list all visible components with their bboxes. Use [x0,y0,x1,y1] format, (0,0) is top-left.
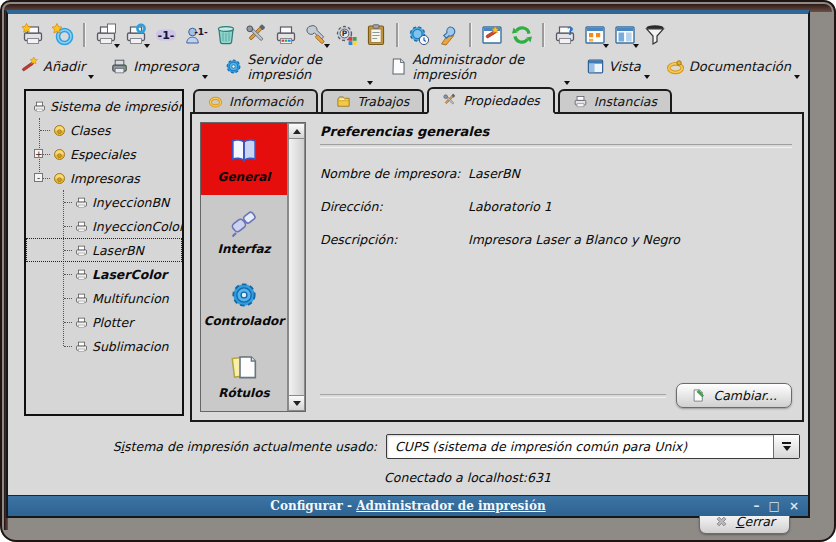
toolbar-printer-test-button[interactable] [271,21,301,49]
toolbar-filter-button[interactable] [640,21,670,49]
print-system-label: Sistema de impresión actualmente usado: [113,439,377,454]
tree-item-label: InyeccionColor [92,219,184,234]
toolbar-wizard-window-button[interactable] [477,21,507,49]
dropdown-arrow-icon [88,75,94,79]
tab-label: Propiedades [463,93,540,108]
gear-blue-icon [224,57,243,76]
window-view-icon [586,57,605,76]
toolbar-tools-button[interactable] [241,21,271,49]
titlebar[interactable]: Configurar - Administrador de impresión … [8,495,808,516]
section-heading: Preferencias generales [320,124,792,139]
heading-divider [320,144,792,148]
toolbar-view-icons-button[interactable] [580,21,610,49]
scroll-up-button[interactable] [288,123,305,139]
edit-page-icon [691,388,706,403]
section-item-rótulos[interactable]: Rótulos [201,339,287,411]
button-divider [320,394,666,398]
tree-item-sistema-de-impresión[interactable]: Sistema de impresión [26,94,182,118]
combo-arrow-icon [782,442,791,444]
toolbar-server-wrench-button[interactable] [434,21,464,49]
toolbar-clipboard-button[interactable] [361,21,391,49]
tree-item-label: Multifuncion [92,291,169,306]
tree-item-inyeccionbn[interactable]: InyeccionBN [26,190,182,214]
menu-wand-item[interactable]: Añadir [20,55,96,79]
plug-icon [228,207,260,239]
app-window: -1--1-P? AñadirImpresoraServidor de impr… [6,10,810,518]
combobox-value: CUPS (sistema de impresión común para Un… [387,439,773,454]
maximize-window-button[interactable]: □ [769,500,780,512]
menu-gear-blue-item[interactable]: Servidor de impresión [224,50,375,85]
menu-printer-menu-item[interactable]: Impresora [110,55,210,79]
menu-item-label: Añadir [43,59,85,74]
toolbar-maintenance-button[interactable] [301,21,331,49]
pages-icon [228,351,260,383]
window-title: Configurar - Administrador de impresión [270,499,545,513]
tab-propiedades[interactable]: Propiedades [427,87,555,114]
tree-item-sublimacion[interactable]: Sublimacion [26,334,182,358]
change-button[interactable]: Cambiar... [676,383,792,408]
class-icon [52,147,67,162]
toolbar-separator [469,23,472,47]
section-item-interfaz[interactable]: Interfaz [201,195,287,267]
tree-item-inyeccioncolor[interactable]: InyeccionColor [26,214,182,238]
toolbar-refresh-button[interactable] [507,21,537,49]
window-controls: –□× [754,496,799,516]
toolbar-printer-pages-button[interactable] [91,21,121,49]
tree-expander-icon[interactable]: - [34,173,43,182]
tree-item-clases[interactable]: Clases [26,118,182,142]
printer-small-icon [74,195,89,210]
close-window-button[interactable]: × [789,500,799,512]
tab-instancias[interactable]: Instancias [558,89,672,112]
toolbar-add-class-button[interactable] [48,21,78,49]
toolbar-user-quota-button[interactable]: -1- [181,21,211,49]
dropdown-arrow-icon [324,44,330,48]
section-item-controlador[interactable]: Controlador [201,267,287,339]
combo-arrow-icon [783,446,791,451]
section-item-general[interactable]: General [201,123,287,195]
toolbar-separator [542,23,545,47]
tab-información[interactable]: Información [193,89,318,112]
footer-area: Sistema de impresión actualmente usado: … [8,424,808,495]
tree-item-lasercolor[interactable]: LaserColor [26,262,182,286]
server-wrench-icon [437,23,461,47]
tree-item-laserbn[interactable]: LaserBN [26,238,182,262]
menu-document-item[interactable]: Administrador de impresión [389,50,571,85]
toolbar-quota-button[interactable]: -1- [151,21,181,49]
toolbar-printer-gear-button[interactable] [121,21,151,49]
field-label: Dirección: [320,199,468,214]
print-system-combobox[interactable]: CUPS (sistema de impresión común para Un… [386,434,800,459]
scrollbar-thumb[interactable] [288,139,305,395]
clipboard-icon [364,23,388,47]
tab-trabajos[interactable]: Trabajos [321,89,424,112]
connection-status: Conectado a localhost:631 [20,470,800,485]
toolbar-gear-clock-button[interactable] [404,21,434,49]
toolbar-add-printer-button[interactable] [18,21,48,49]
toolbar-view-columns-button[interactable] [610,21,640,49]
printer-small-icon [74,315,89,330]
tree-item-impresoras[interactable]: -Impresoras [26,166,182,190]
tree-item-plotter[interactable]: Plotter [26,310,182,334]
menu-handbook-item[interactable]: Documentación [666,55,802,79]
toolbar-printer-question-button[interactable]: ? [550,21,580,49]
printer-small-icon [32,99,47,114]
folder-icon [336,94,351,109]
menubar: AñadirImpresoraServidor de impresiónAdmi… [8,53,808,83]
menu-window-view-item[interactable]: Vista [586,55,652,79]
gear-blue-icon [228,279,260,311]
toolbar-trash-button[interactable] [211,21,241,49]
minimize-window-button[interactable]: – [754,500,760,512]
section-list-scrollbar[interactable] [287,123,305,411]
tools-icon [442,93,457,108]
class-icon [52,123,67,138]
section-item-label: Controlador [204,314,284,328]
tree-item-multifuncion[interactable]: Multifuncion [26,286,182,310]
filter-icon [643,23,667,47]
combobox-dropdown-button[interactable] [773,435,799,458]
scroll-down-button[interactable] [288,395,305,411]
tree-expander-icon[interactable]: + [34,149,43,158]
toolbar-gear-windows-button[interactable]: P [331,21,361,49]
tree-item-especiales[interactable]: +Especiales [26,142,182,166]
printer-tree[interactable]: Sistema de impresiónClases+Especiales-Im… [24,89,184,416]
tab-label: Información [229,94,303,109]
dropdown-arrow-icon [633,44,639,48]
